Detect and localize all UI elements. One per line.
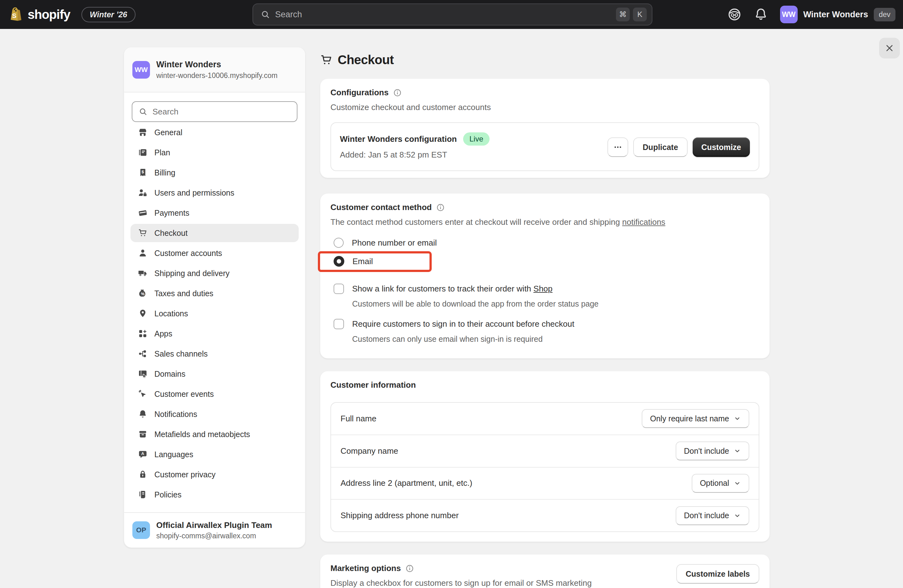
- person-icon: [138, 248, 148, 258]
- metafields-icon: [138, 429, 148, 439]
- checkbox-signin-helper: Customers can only use email when sign-i…: [352, 335, 543, 344]
- chevron-down-icon: [733, 415, 741, 422]
- sidebar-item-label: General: [154, 128, 182, 137]
- users-icon: [138, 188, 148, 198]
- sidebar-item-customer-events[interactable]: Customer events: [131, 385, 299, 403]
- sidekick-icon[interactable]: [727, 7, 742, 22]
- sidebar-item-apps[interactable]: Apps: [131, 324, 299, 343]
- sidebar-item-label: Billing: [154, 168, 175, 177]
- plan-icon: [138, 148, 148, 157]
- sidebar-partner-row[interactable]: OP Official Airwallex Plugin Team shopif…: [124, 512, 305, 547]
- sidebar-item-domains[interactable]: Domains: [131, 365, 299, 383]
- shipping-phone-select[interactable]: Don't include: [676, 506, 749, 525]
- sidebar-search-input[interactable]: Search: [132, 101, 297, 122]
- sidebar-item-metafields-and-metaobjects[interactable]: Metafields and metaobjects: [131, 425, 299, 443]
- sidebar-store-header[interactable]: WW Winter Wonders winter-wonders-10006.m…: [124, 47, 305, 93]
- sidebar-item-locations[interactable]: Locations: [131, 304, 299, 322]
- customize-button[interactable]: Customize: [693, 137, 750, 157]
- sidebar-item-label: Policies: [154, 490, 181, 499]
- radio-email[interactable]: Email: [334, 256, 373, 267]
- partner-name: Official Airwallex Plugin Team: [156, 520, 272, 530]
- events-icon: [138, 389, 148, 399]
- sidebar-item-shipping-and-delivery[interactable]: Shipping and delivery: [131, 264, 299, 282]
- configuration-name: Winter Wonders configuration: [340, 134, 457, 144]
- sidebar-item-label: Notifications: [154, 410, 197, 419]
- global-search-input[interactable]: Search ⌘ K: [252, 3, 653, 25]
- cart-icon: [138, 228, 148, 238]
- sidebar-item-label: Users and permissions: [154, 188, 234, 198]
- top-bar: S shopify Winter ’26 Search ⌘ K WW Winte…: [0, 0, 903, 29]
- address-line-2-select[interactable]: Optional: [692, 474, 749, 493]
- contact-method-card: Customer contact method The contact meth…: [320, 193, 770, 358]
- info-icon[interactable]: [436, 203, 445, 212]
- sidebar-item-label: Domains: [154, 369, 186, 379]
- lock-icon: [138, 470, 148, 479]
- chevron-down-icon: [733, 447, 741, 455]
- customer-information-title: Customer information: [330, 380, 416, 390]
- sidebar-item-taxes-and-duties[interactable]: %Taxes and duties: [131, 284, 299, 302]
- configurations-card: Configurations Customize checkout and cu…: [320, 79, 770, 178]
- settings-nav: GeneralPlan$BillingUsers and permissions…: [124, 122, 305, 504]
- more-actions-button[interactable]: [607, 137, 628, 157]
- checkbox-box[interactable]: [334, 319, 344, 329]
- sidebar-item-sales-channels[interactable]: Sales channels: [131, 344, 299, 363]
- notifications-link[interactable]: notifications: [622, 217, 665, 227]
- company-name-select[interactable]: Don't include: [676, 442, 749, 460]
- customize-labels-button[interactable]: Customize labels: [676, 564, 759, 583]
- sidebar-store-avatar: WW: [132, 61, 150, 79]
- svg-text:%: %: [141, 292, 144, 296]
- close-settings-button[interactable]: [879, 38, 900, 58]
- k-key-badge: K: [633, 8, 647, 21]
- checkbox-box[interactable]: [334, 284, 344, 294]
- info-icon[interactable]: [393, 88, 402, 97]
- sidebar-item-label: Customer accounts: [154, 249, 222, 258]
- sidebar-item-customer-privacy[interactable]: Customer privacy: [131, 465, 299, 484]
- checkbox-require-signin[interactable]: Require customers to sign in to their ac…: [334, 319, 574, 329]
- radio-circle-selected[interactable]: [334, 256, 344, 267]
- sidebar-item-payments[interactable]: Payments: [131, 204, 299, 222]
- marketing-options-card: Marketing options Display a checkbox for…: [320, 554, 770, 588]
- svg-text:A: A: [141, 451, 144, 456]
- store-name: Winter Wonders: [803, 10, 868, 19]
- duplicate-button[interactable]: Duplicate: [633, 137, 687, 157]
- chevron-down-icon: [733, 480, 741, 487]
- sidebar-item-general[interactable]: General: [131, 123, 299, 141]
- full-name-select[interactable]: Only require last name: [642, 409, 749, 428]
- shopify-bag-icon: S: [8, 6, 23, 23]
- sidebar-item-customer-accounts[interactable]: Customer accounts: [131, 244, 299, 262]
- settings-page: WW Winter Wonders winter-wonders-10006.m…: [0, 29, 903, 588]
- sidebar-item-policies[interactable]: Policies: [131, 486, 299, 504]
- search-placeholder: Search: [275, 10, 613, 19]
- notifications-bell-icon[interactable]: [754, 7, 768, 22]
- info-icon[interactable]: [405, 564, 414, 573]
- store-menu[interactable]: WW Winter Wonders dev: [780, 6, 895, 23]
- shop-link[interactable]: Shop: [533, 284, 553, 293]
- contact-method-title: Customer contact method: [330, 203, 432, 212]
- store-icon: [138, 128, 148, 137]
- cmd-key-badge: ⌘: [616, 8, 630, 21]
- sidebar-item-plan[interactable]: Plan: [131, 143, 299, 162]
- marketing-options-title: Marketing options: [330, 563, 401, 573]
- store-avatar: WW: [780, 6, 798, 23]
- sidebar-item-label: Payments: [154, 209, 189, 218]
- checkbox-shop-helper: Customers will be able to download the a…: [352, 299, 599, 308]
- languages-icon: A: [138, 450, 148, 459]
- sidebar-item-languages[interactable]: ALanguages: [131, 445, 299, 464]
- apps-icon: [138, 329, 148, 338]
- sidebar-item-billing[interactable]: $Billing: [131, 164, 299, 182]
- svg-text:S: S: [12, 12, 16, 19]
- policies-icon: [138, 490, 148, 499]
- info-row-company-name: Company name Don't include: [331, 435, 759, 467]
- close-icon: [884, 43, 895, 53]
- sidebar-item-label: Languages: [154, 450, 194, 459]
- checkbox-shop-link[interactable]: Show a link for customers to track their…: [334, 284, 552, 294]
- sidebar-store-domain: winter-wonders-10006.myshopify.com: [156, 71, 278, 80]
- sidebar-item-notifications[interactable]: Notifications: [131, 405, 299, 423]
- shopify-logo[interactable]: S shopify: [8, 6, 70, 23]
- sidebar-item-checkout[interactable]: Checkout: [131, 224, 299, 242]
- radio-circle[interactable]: [334, 238, 344, 248]
- pin-icon: [138, 309, 148, 318]
- radio-phone-or-email[interactable]: Phone number or email: [334, 238, 437, 248]
- sidebar-item-users-and-permissions[interactable]: Users and permissions: [131, 184, 299, 202]
- customer-information-card: Customer information Full name Only requ…: [320, 371, 770, 542]
